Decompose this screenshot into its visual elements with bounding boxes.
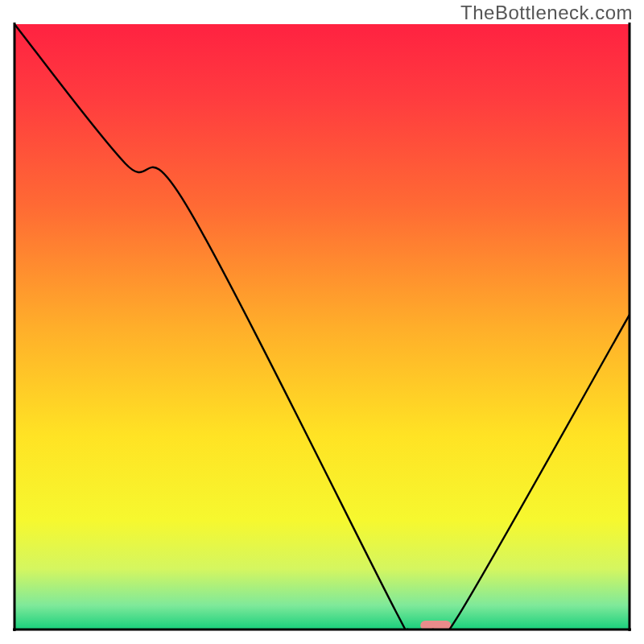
plot-background bbox=[14, 24, 630, 630]
watermark-text: TheBottleneck.com bbox=[460, 2, 633, 24]
bottleneck-chart bbox=[0, 0, 644, 644]
